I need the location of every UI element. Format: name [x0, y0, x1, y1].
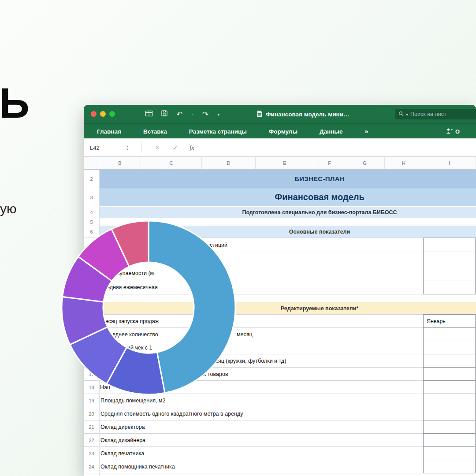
donut-chart [60, 219, 237, 396]
row-number[interactable]: 4 [84, 207, 99, 218]
close-button[interactable] [91, 111, 97, 117]
column-headers: BCDEFGHI [84, 157, 476, 170]
band-title: Подготовлена специально для бизнес-порта… [99, 207, 476, 218]
redo-icon[interactable]: ↷ [202, 111, 208, 118]
window-title-group: Финансовая модель мини… [257, 105, 349, 123]
person-add-icon [446, 128, 453, 135]
column-header-E[interactable]: E [256, 157, 314, 169]
toolbar-separator-dot: · [191, 111, 193, 118]
column-header-I[interactable]: I [423, 157, 476, 169]
stepper-up-icon[interactable]: ▲ [126, 145, 129, 148]
cell-value: Январь [427, 318, 446, 324]
value-cell[interactable] [423, 367, 476, 381]
titlebar-toolbar: ↶ · ↷ ▾ [145, 105, 219, 123]
row-number[interactable]: 21 [84, 420, 99, 433]
sheet-row-19: 19Площадь помещения, м2 [84, 394, 476, 407]
decor-letter: Ь [0, 82, 30, 124]
save-icon[interactable] [161, 110, 167, 118]
row-number[interactable]: 3 [84, 188, 99, 206]
sheet-row-4: 4Подготовлена специально для бизнес-порт… [84, 207, 476, 218]
sheet-row-23: 23Оклад печатника [84, 447, 476, 460]
name-box[interactable]: L42 [90, 138, 100, 157]
donut-slice-1 [149, 221, 235, 393]
search-placeholder: Поиск на лист [410, 111, 446, 117]
value-cell[interactable] [423, 327, 476, 341]
ribbon-tab-5[interactable]: Данные [320, 128, 342, 135]
value-cell[interactable] [423, 446, 476, 460]
formula-bar: L42 ▲ ▼ × ✓ fx [84, 138, 476, 157]
value-cell[interactable] [423, 394, 476, 407]
row-number[interactable]: 24 [84, 460, 99, 473]
value-cell[interactable] [423, 420, 476, 434]
decor-text-fragment: ую [0, 201, 17, 217]
value-cell[interactable] [423, 266, 476, 280]
share-button[interactable]: О [446, 124, 460, 139]
minimize-button[interactable] [100, 111, 106, 117]
value-cell[interactable] [423, 433, 476, 447]
value-cell[interactable] [423, 380, 476, 394]
grid-view-icon[interactable] [145, 110, 152, 118]
ribbon-overflow-chevron[interactable]: » [364, 128, 368, 135]
sheet-row-20: 20Средняя стоимость одного квадратного м… [84, 407, 476, 420]
band-title: Финансовая модель [99, 188, 476, 206]
search-icon [398, 111, 404, 118]
window-title: Финансовая модель мини… [266, 111, 349, 118]
sheet-row-21: 21Оклад директора [84, 420, 476, 434]
sheet-row-2: 2БИЗНЕС-ПЛАН [84, 170, 476, 188]
sheet-row-24: 24Оклад помощника печатника [84, 460, 476, 473]
column-header-D[interactable]: D [202, 157, 256, 169]
ribbon: ГлавнаяВставкаРазметка страницыФормулыДа… [84, 123, 476, 138]
page-background: Ь ую ↶ · ↷ ▾ [0, 0, 476, 476]
name-box-stepper[interactable]: ▲ ▼ [126, 138, 129, 157]
row-number[interactable]: 2 [84, 170, 99, 188]
sheet-row-3: 3Финансовая модель [84, 188, 476, 207]
fullscreen-button[interactable] [109, 111, 115, 117]
column-header-F[interactable]: F [314, 157, 345, 169]
titlebar: ↶ · ↷ ▾ Финансовая модель мини… ▾ Поиск … [84, 105, 476, 123]
cell-text-fragment: Оклад печатника [100, 447, 144, 460]
ribbon-tab-2[interactable]: Вставка [143, 128, 167, 135]
cell-text-fragment: Средняя стоимость одного квадратного мет… [100, 407, 243, 420]
undo-icon[interactable]: ↶ [176, 111, 182, 118]
value-cell[interactable] [423, 252, 476, 266]
sheet-row-22: 22Оклад дизайнера [84, 434, 476, 447]
search-box[interactable]: ▾ Поиск на лист [395, 109, 476, 119]
ribbon-tab-1[interactable]: Главная [97, 128, 121, 135]
document-icon [257, 110, 263, 119]
value-cell[interactable]: Январь [423, 314, 476, 328]
column-header-H[interactable]: H [385, 157, 423, 169]
row-number[interactable]: 23 [84, 447, 99, 460]
ribbon-tab-4[interactable]: Формулы [269, 128, 298, 135]
cell-text-fragment: Площадь помещения, м2 [100, 394, 165, 407]
insert-function-button[interactable]: fx [190, 138, 194, 157]
column-header-B[interactable]: B [99, 157, 141, 169]
column-header-C[interactable]: C [141, 157, 202, 169]
value-cell[interactable] [423, 407, 476, 420]
value-cell[interactable] [423, 354, 476, 368]
ribbon-tabs: ГлавнаяВставкаРазметка страницыФормулыДа… [97, 124, 368, 139]
row-number[interactable]: 19 [84, 394, 99, 407]
select-all-corner[interactable] [84, 157, 99, 169]
value-cell[interactable] [423, 460, 476, 473]
value-cell[interactable] [423, 280, 476, 294]
formula-bar-divider [141, 142, 141, 152]
chevron-down-icon[interactable]: ▾ [217, 112, 219, 117]
band-title: БИЗНЕС-ПЛАН [99, 170, 476, 188]
row-number[interactable]: 20 [84, 407, 99, 420]
row-number[interactable]: 22 [84, 434, 99, 446]
cell-text-fragment: Оклад помощника печатника [100, 460, 175, 473]
enter-icon[interactable]: ✓ [173, 138, 178, 157]
cell-text-fragment: месяц [237, 328, 253, 341]
column-header-G[interactable]: G [345, 157, 385, 169]
ribbon-tab-3[interactable]: Разметка страницы [189, 128, 247, 135]
search-caret-icon: ▾ [406, 112, 408, 117]
value-cell[interactable] [423, 341, 476, 354]
traffic-lights [91, 111, 115, 117]
value-cell[interactable] [423, 238, 476, 252]
share-label: О [455, 128, 460, 135]
stepper-down-icon[interactable]: ▼ [126, 148, 129, 151]
cell-text-fragment: Оклад директора [100, 420, 145, 433]
cancel-icon[interactable]: × [155, 138, 159, 157]
cell-text-fragment: Оклад дизайнера [100, 434, 145, 446]
